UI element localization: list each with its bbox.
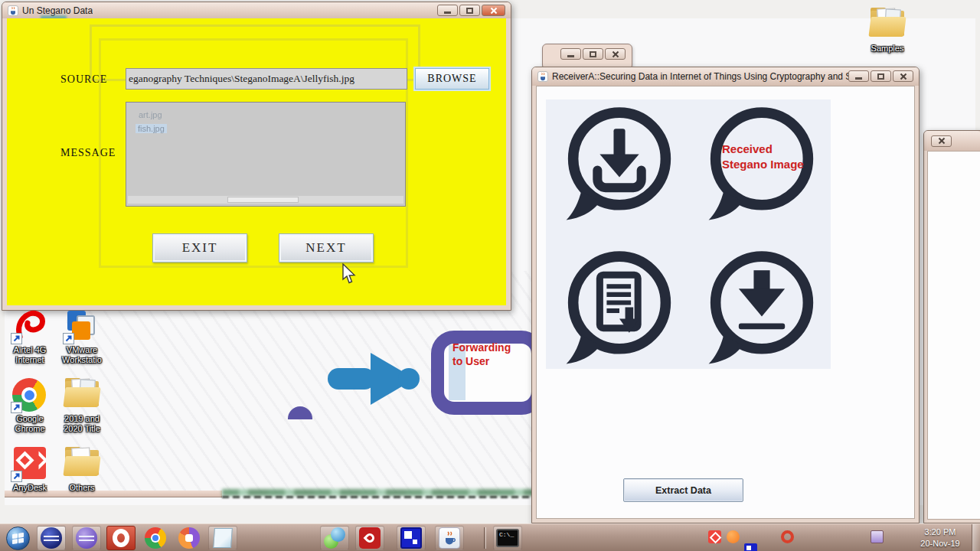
horizontal-scrollbar[interactable] [128, 196, 403, 204]
extract-data-button[interactable]: Extract Data [623, 478, 743, 502]
maximize-button[interactable] [583, 48, 603, 60]
maximize-button[interactable] [459, 5, 480, 16]
minimize-icon [567, 55, 574, 57]
message-label: MESSAGE [60, 147, 116, 159]
maximize-button[interactable] [871, 70, 891, 82]
folder-icon [64, 378, 100, 409]
tray-anydesk-icon[interactable] [708, 530, 721, 543]
desktop-icon-label: Others [57, 483, 107, 493]
taskbar-java-button[interactable] [435, 526, 464, 550]
desktop-icon-label: Airtel 4G Internet [5, 345, 55, 364]
shortcut-arrow-icon [11, 333, 22, 344]
maximize-icon [877, 73, 884, 80]
tray-purple-app-icon[interactable] [871, 530, 884, 543]
blurred-green-caption [222, 489, 534, 496]
close-button[interactable] [482, 5, 505, 16]
taskbar-bluesquare-app-button[interactable] [397, 526, 426, 550]
partial-window-content [927, 151, 980, 520]
shortcut-arrow-icon [11, 471, 22, 482]
desktop-icon-anydesk[interactable]: AnyDesk [5, 447, 55, 493]
navicat-icon [324, 527, 345, 549]
scrollbar-thumb[interactable] [227, 197, 299, 203]
java-icon [439, 527, 460, 549]
desktop-screen: Forwarding to User Samples [0, 0, 980, 551]
minimize-button[interactable] [560, 48, 581, 60]
firefox-focus-icon [178, 527, 200, 549]
taskbar-notepad-button[interactable] [208, 526, 237, 550]
acrobat-icon [359, 527, 381, 549]
taskbar-eclipse-purple-button[interactable] [72, 526, 101, 550]
close-icon [938, 137, 946, 145]
eclipse-purple-icon [76, 527, 97, 549]
desktop-icon-label: Samples [862, 44, 913, 54]
close-icon [900, 73, 907, 80]
java-app-icon [537, 71, 548, 82]
taskbar-chrome-button[interactable] [141, 526, 170, 550]
exit-button[interactable]: EXIT [152, 233, 247, 262]
desktop-icon-samples[interactable]: Samples [862, 8, 913, 54]
folder-icon [870, 8, 905, 38]
taskbar-acrobat-button[interactable] [355, 526, 384, 550]
close-button[interactable] [893, 70, 913, 82]
desktop-icon-vmware[interactable]: VMware Workstatio [57, 309, 107, 364]
taskbar-clock[interactable]: 3:20 PM 20-Nov-19 [913, 527, 968, 549]
receiver-content: Received Stegano Image [536, 86, 915, 519]
partial-window-titlebar[interactable] [924, 131, 980, 151]
ghost-text-selected: fish.jpg [136, 124, 167, 133]
chrome-icon [145, 527, 166, 549]
taskbar-firefox-focus-button[interactable] [175, 526, 204, 550]
taskbar-cmd-button[interactable]: C:\_ [493, 526, 522, 550]
tray-blue-square-icon[interactable] [744, 543, 757, 551]
minimize-icon [855, 77, 862, 80]
receiver-window-title: ReceiverA::Securing Data in Internet of … [552, 71, 851, 82]
receiver-titlebar[interactable]: ReceiverA::Securing Data in Internet of … [532, 67, 919, 86]
partial-window-right [923, 130, 980, 523]
stegano-window: Un Stegano Data SOURCE eganography Techn… [2, 2, 511, 311]
download-tray-icon [554, 101, 681, 228]
next-button[interactable]: NEXT [279, 233, 374, 262]
taskbar-navicat-button[interactable] [320, 526, 349, 550]
start-button[interactable] [3, 526, 32, 550]
forwarding-to-user-label: Forwarding to User [452, 341, 537, 368]
shortcut-arrow-icon [63, 333, 74, 344]
stegano-icons-panel: Received Stegano Image [546, 99, 831, 369]
close-icon [490, 7, 498, 15]
desktop-icon-others[interactable]: Others [57, 447, 107, 493]
receiver-window: ReceiverA::Securing Data in Internet of … [531, 67, 920, 523]
taskbar: C:\_ 3:20 PM 20-Nov-19 [0, 523, 980, 551]
desktop-icon-label: VMware Workstatio [57, 345, 107, 364]
blurred-green-caption-underline [222, 496, 534, 498]
show-desktop-button[interactable] [972, 524, 980, 551]
browse-button[interactable]: BROWSE [415, 68, 489, 90]
download-arrow-icon [696, 245, 823, 372]
close-button[interactable] [931, 135, 952, 147]
minimize-icon [444, 11, 451, 14]
folder-icon [64, 447, 100, 478]
desktop-icon-2019-2020-titles[interactable]: 2019 and 2020 Title [57, 378, 107, 433]
document-download-icon [554, 245, 681, 372]
desktop-icon-label: AnyDesk [5, 483, 55, 493]
maximize-icon [590, 51, 596, 57]
windows-logo-icon [6, 527, 30, 550]
desktop-icon-airtel[interactable]: Airtel 4G Internet [5, 309, 55, 364]
taskbar-divider [484, 527, 486, 549]
stegano-window-title: Un Stegano Data [22, 5, 93, 16]
minimize-button[interactable] [848, 70, 869, 82]
ghost-text: art.jpg [139, 110, 162, 119]
tray-opera-icon[interactable] [781, 530, 794, 543]
message-textarea[interactable]: art.jpg fish.jpg [126, 102, 406, 207]
java-app-icon [8, 5, 18, 16]
taskbar-opera-button[interactable] [106, 526, 136, 550]
close-button[interactable] [605, 48, 626, 60]
taskbar-eclipse-blue-button[interactable] [37, 526, 66, 550]
right-arrow-graphic [326, 344, 424, 417]
source-label: SOURCE [60, 73, 107, 86]
tray-avast-icon[interactable] [727, 530, 740, 543]
source-path-field[interactable]: eganography Techniques\SteganoImageA\Jel… [126, 68, 407, 90]
shortcut-arrow-icon [11, 402, 22, 413]
received-stegano-image-label: Received Stegano Image [722, 142, 823, 171]
stegano-titlebar[interactable]: Un Stegano Data [2, 2, 511, 18]
minimize-button[interactable] [437, 5, 458, 16]
desktop-icon-label: Google Chrome [5, 414, 55, 433]
desktop-icon-chrome[interactable]: Google Chrome [5, 378, 55, 433]
